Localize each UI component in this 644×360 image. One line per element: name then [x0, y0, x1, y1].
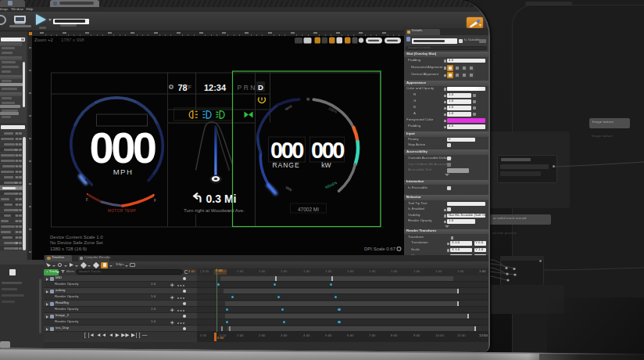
svg-text:MPH: MPH — [113, 167, 134, 175]
svg-text:1380 x 728 (16:9): 1380 x 728 (16:9) — [50, 246, 87, 250]
svg-text:MAX: MAX — [284, 103, 293, 110]
svg-text:RANGE: RANGE — [272, 161, 299, 169]
svg-text:000: 000 — [270, 138, 303, 163]
svg-text:DPI Scale 0.67: DPI Scale 0.67 — [364, 247, 396, 251]
svg-text:▾: ▾ — [479, 23, 481, 27]
svg-text:MIN: MIN — [285, 185, 293, 192]
svg-text:12:34: 12:34 — [204, 82, 227, 92]
svg-text:000: 000 — [90, 123, 156, 172]
svg-text:°F: °F — [186, 84, 191, 89]
svg-text:kW: kW — [321, 161, 331, 169]
svg-text:Turn right at Woodward Ave.: Turn right at Woodward Ave. — [184, 207, 245, 213]
svg-text:MOTOR TEMP: MOTOR TEMP — [108, 209, 136, 213]
svg-text:47002 MI: 47002 MI — [298, 206, 319, 211]
svg-text:REGEN: REGEN — [324, 180, 338, 189]
svg-text:D: D — [258, 82, 263, 91]
svg-text:000: 000 — [311, 138, 344, 163]
svg-text:F: F — [154, 198, 156, 202]
svg-text:0.3 Mi: 0.3 Mi — [206, 192, 237, 204]
svg-text:Zoom +2: Zoom +2 — [34, 38, 54, 42]
svg-text:1787 x 998: 1787 x 998 — [61, 38, 84, 42]
svg-text:F: F — [86, 197, 88, 201]
svg-text:No Device Safe Zone Set: No Device Safe Zone Set — [50, 240, 103, 245]
svg-text:Device Content Scale 1.0: Device Content Scale 1.0 — [50, 234, 103, 239]
svg-text:PRN: PRN — [238, 83, 257, 91]
